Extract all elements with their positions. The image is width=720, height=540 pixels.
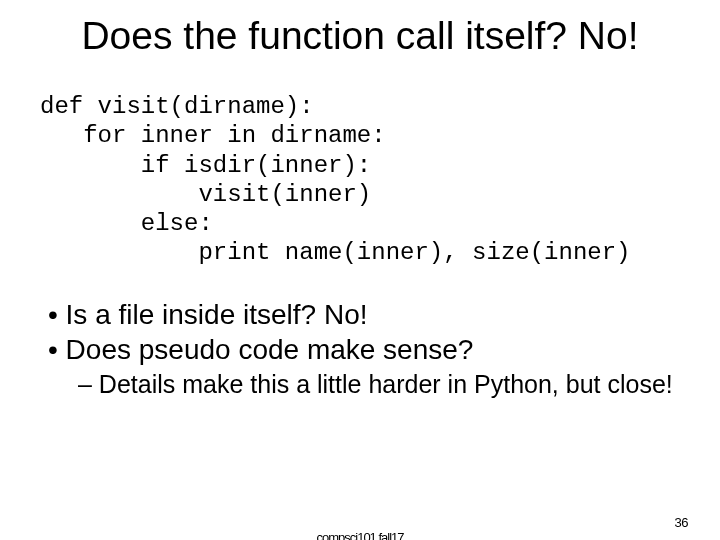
footer-course: compsci101 fall17 (0, 530, 720, 540)
slide: Does the function call itself? No! def v… (0, 0, 720, 540)
bullet-item: Is a file inside itself? No! (48, 298, 688, 331)
code-line: def visit(dirname): (40, 93, 314, 120)
code-line: for inner in dirname: (40, 122, 386, 149)
code-block: def visit(dirname): for inner in dirname… (40, 92, 631, 268)
code-line: print name(inner), size(inner) (40, 239, 631, 266)
footer-page-number: 36 (675, 515, 688, 530)
slide-title: Does the function call itself? No! (0, 14, 720, 58)
sub-bullet-item: Details make this a little harder in Pyt… (48, 370, 688, 400)
code-line: else: (40, 210, 213, 237)
code-line: visit(inner) (40, 181, 371, 208)
bullet-item: Does pseudo code make sense? (48, 333, 688, 366)
code-line: if isdir(inner): (40, 152, 371, 179)
bullet-list: Is a file inside itself? No! Does pseudo… (48, 298, 688, 400)
